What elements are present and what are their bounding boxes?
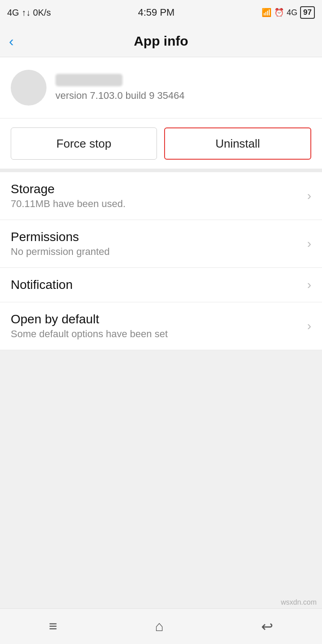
action-buttons-row: Force stop Uninstall [0, 119, 322, 172]
chevron-right-icon: › [307, 189, 311, 203]
app-details: version 7.103.0 build 9 35464 [55, 74, 185, 102]
status-bar: 4G ↑↓ 0K/s 4:59 PM 📶 ⏰ 4G 97 [0, 0, 322, 25]
app-bar: ‹ App info [0, 25, 322, 57]
app-name-blurred [55, 74, 123, 86]
status-left: 4G ↑↓ 0K/s [7, 8, 51, 18]
back-nav-button[interactable]: ↩ [261, 618, 273, 635]
permissions-title: Permissions [11, 230, 110, 244]
permissions-menu-item[interactable]: Permissions No permission granted › [0, 220, 322, 268]
status-right: 📶 ⏰ 4G 97 [262, 6, 315, 19]
chevron-right-icon: › [307, 278, 311, 292]
back-button[interactable]: ‹ [9, 34, 14, 48]
signal-4g-icon: 4G [287, 8, 297, 17]
uninstall-button[interactable]: Uninstall [164, 127, 311, 160]
storage-menu-item[interactable]: Storage 70.11MB have been used. › [0, 172, 322, 220]
chevron-right-icon: › [307, 319, 311, 333]
chevron-right-icon: › [307, 237, 311, 251]
permissions-subtitle: No permission granted [11, 246, 110, 258]
bottom-navigation: ≡ ⌂ ↩ [0, 608, 322, 644]
watermark: wsxdn.com [281, 598, 317, 606]
app-info-section: version 7.103.0 build 9 35464 [0, 57, 322, 119]
open-by-default-subtitle: Some default options have been set [11, 328, 168, 340]
menu-nav-button[interactable]: ≡ [49, 618, 57, 635]
alarm-icon: ⏰ [274, 8, 284, 17]
storage-title: Storage [11, 182, 126, 196]
app-icon [11, 70, 47, 106]
open-by-default-title: Open by default [11, 312, 168, 326]
storage-subtitle: 70.11MB have been used. [11, 198, 126, 210]
notification-title: Notification [11, 278, 73, 292]
notification-menu-item[interactable]: Notification › [0, 268, 322, 302]
app-version: version 7.103.0 build 9 35464 [55, 90, 185, 102]
menu-section: Storage 70.11MB have been used. › Permis… [0, 172, 322, 350]
network-info: 4G ↑↓ 0K/s [7, 8, 51, 18]
home-nav-button[interactable]: ⌂ [155, 618, 163, 635]
bluetooth-icon: 📶 [262, 8, 271, 17]
page-title: App info [134, 34, 188, 49]
status-time: 4:59 PM [138, 7, 174, 18]
force-stop-button[interactable]: Force stop [11, 127, 157, 160]
open-by-default-menu-item[interactable]: Open by default Some default options hav… [0, 302, 322, 350]
battery-indicator: 97 [300, 6, 315, 19]
